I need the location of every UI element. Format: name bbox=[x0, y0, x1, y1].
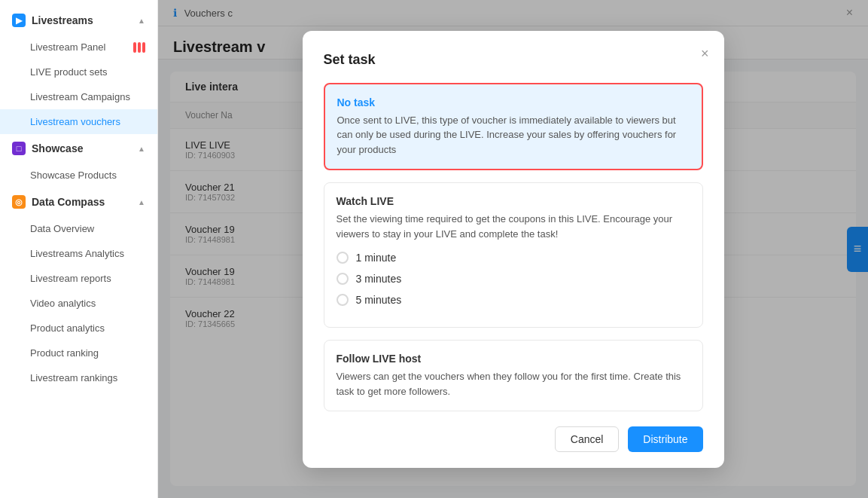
sidebar-section-livestreams[interactable]: ▶ Livestreams ▲ bbox=[0, 6, 157, 35]
sidebar-item-video-analytics[interactable]: Video analytics bbox=[0, 291, 157, 316]
badge-bars bbox=[133, 42, 145, 53]
sidebar-item-livestream-rankings-label: Livestream rankings bbox=[30, 372, 117, 383]
sidebar-item-livestream-panel[interactable]: Livestream Panel bbox=[0, 35, 157, 60]
sidebar: ▶ Livestreams ▲ Livestream Panel LIVE pr… bbox=[0, 0, 158, 498]
sidebar-item-live-product-sets[interactable]: LIVE product sets bbox=[0, 60, 157, 84]
follow-live-description: Viewers can get the vouchers when they f… bbox=[337, 369, 690, 399]
cancel-button[interactable]: Cancel bbox=[555, 426, 620, 452]
sidebar-item-data-overview[interactable]: Data Overview bbox=[0, 216, 157, 241]
watch-live-title: Watch LIVE bbox=[337, 195, 690, 207]
sidebar-item-data-overview-label: Data Overview bbox=[30, 223, 94, 234]
no-task-card[interactable]: No task Once sent to LIVE, this type of … bbox=[324, 83, 703, 171]
sidebar-item-product-ranking[interactable]: Product ranking bbox=[0, 341, 157, 365]
no-task-title: No task bbox=[337, 96, 690, 108]
data-compass-icon: ◎ bbox=[12, 195, 26, 209]
sidebar-section-data-compass-label: Data Compass bbox=[32, 196, 105, 208]
sidebar-item-livestreams-analytics[interactable]: Livestreams Analytics bbox=[0, 241, 157, 266]
sidebar-item-livestream-campaigns[interactable]: Livestream Campaigns bbox=[0, 84, 157, 109]
sidebar-item-product-analytics-label: Product analytics bbox=[30, 322, 105, 334]
modal-close-button[interactable]: × bbox=[701, 46, 709, 62]
sidebar-item-livestream-panel-label: Livestream Panel bbox=[30, 41, 105, 53]
livestreams-icon: ▶ bbox=[12, 14, 26, 27]
sidebar-item-showcase-products[interactable]: Showcase Products bbox=[0, 163, 157, 188]
sidebar-item-showcase-products-label: Showcase Products bbox=[30, 170, 117, 181]
radio-5-minutes[interactable]: 5 minutes bbox=[337, 294, 690, 306]
sidebar-item-product-analytics[interactable]: Product analytics bbox=[0, 316, 157, 341]
watch-live-description: Set the viewing time required to get the… bbox=[337, 212, 690, 241]
sidebar-item-video-analytics-label: Video analytics bbox=[30, 298, 96, 309]
sidebar-section-livestreams-label: Livestreams bbox=[32, 14, 93, 26]
radio-3-minutes[interactable]: 3 minutes bbox=[337, 273, 690, 285]
no-task-description: Once sent to LIVE, this type of voucher … bbox=[337, 113, 690, 157]
sidebar-item-livestream-campaigns-label: Livestream Campaigns bbox=[30, 91, 130, 102]
chevron-up-icon: ▲ bbox=[138, 17, 145, 25]
sidebar-item-livestreams-analytics-label: Livestreams Analytics bbox=[30, 248, 124, 259]
sidebar-item-livestream-vouchers[interactable]: Livestream vouchers bbox=[0, 109, 157, 134]
modal-footer: Cancel Distribute bbox=[324, 426, 703, 452]
sidebar-section-data-compass[interactable]: ◎ Data Compass ▲ bbox=[0, 188, 157, 216]
main-content: ℹ Vouchers c × Livestream v Live intera … bbox=[158, 0, 868, 498]
sidebar-item-livestream-rankings[interactable]: Livestream rankings bbox=[0, 365, 157, 390]
showcase-icon: □ bbox=[12, 142, 26, 155]
radio-circle-2 bbox=[337, 273, 349, 285]
radio-circle-1 bbox=[337, 252, 349, 264]
radio-circle-3 bbox=[337, 294, 349, 306]
radio-label-5-minutes: 5 minutes bbox=[356, 294, 402, 306]
follow-live-host-card[interactable]: Follow LIVE host Viewers can get the vou… bbox=[324, 340, 703, 411]
sidebar-section-showcase[interactable]: □ Showcase ▲ bbox=[0, 134, 157, 163]
radio-label-1-minute: 1 minute bbox=[356, 252, 397, 264]
watch-live-card[interactable]: Watch LIVE Set the viewing time required… bbox=[324, 182, 703, 328]
sidebar-item-live-product-sets-label: LIVE product sets bbox=[30, 66, 108, 78]
modal-set-task: Set task × No task Once sent to LIVE, th… bbox=[303, 31, 724, 468]
follow-live-title: Follow LIVE host bbox=[337, 353, 690, 365]
radio-label-3-minutes: 3 minutes bbox=[356, 273, 402, 285]
radio-1-minute[interactable]: 1 minute bbox=[337, 252, 690, 264]
chevron-up-icon-2: ▲ bbox=[138, 145, 145, 153]
distribute-button[interactable]: Distribute bbox=[628, 426, 702, 452]
sidebar-item-livestream-reports[interactable]: Livestream reports bbox=[0, 266, 157, 291]
sidebar-section-showcase-label: Showcase bbox=[32, 142, 83, 154]
sidebar-item-product-ranking-label: Product ranking bbox=[30, 347, 99, 359]
chevron-up-icon-3: ▲ bbox=[138, 198, 145, 206]
sidebar-item-livestream-vouchers-label: Livestream vouchers bbox=[30, 116, 120, 127]
modal-overlay: Set task × No task Once sent to LIVE, th… bbox=[158, 0, 868, 498]
modal-title: Set task bbox=[324, 52, 703, 68]
sidebar-item-livestream-reports-label: Livestream reports bbox=[30, 273, 111, 284]
